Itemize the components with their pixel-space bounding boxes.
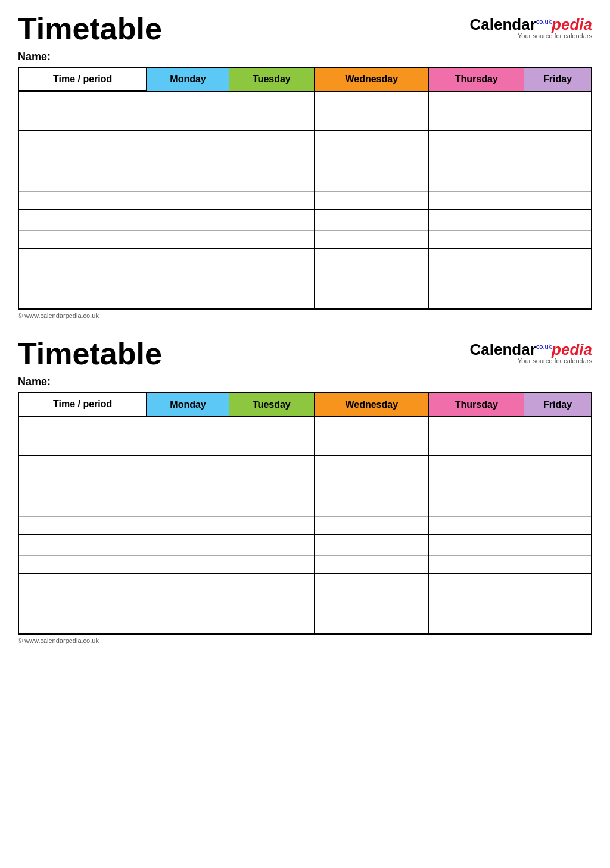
cell-thursday[interactable]	[429, 170, 524, 191]
cell-tuesday[interactable]	[229, 416, 314, 438]
cell-friday[interactable]	[524, 91, 592, 113]
cell-friday[interactable]	[524, 573, 592, 595]
cell-wednesday[interactable]	[315, 191, 429, 209]
cell-tuesday[interactable]	[229, 170, 314, 191]
cell-wednesday[interactable]	[315, 170, 429, 191]
cell-monday[interactable]	[147, 595, 229, 613]
cell-friday[interactable]	[524, 455, 592, 477]
cell-tuesday[interactable]	[229, 455, 314, 477]
cell-monday[interactable]	[147, 209, 229, 230]
cell-thursday[interactable]	[429, 516, 524, 534]
cell-tuesday[interactable]	[229, 288, 314, 309]
cell-tuesday[interactable]	[229, 613, 314, 634]
cell-friday[interactable]	[524, 477, 592, 495]
cell-monday[interactable]	[147, 248, 229, 270]
cell-wednesday[interactable]	[315, 270, 429, 288]
cell-monday[interactable]	[147, 534, 229, 555]
cell-thursday[interactable]	[429, 455, 524, 477]
cell-thursday[interactable]	[429, 113, 524, 130]
cell-friday[interactable]	[524, 248, 592, 270]
cell-wednesday[interactable]	[315, 248, 429, 270]
cell-friday[interactable]	[524, 516, 592, 534]
cell-friday[interactable]	[524, 595, 592, 613]
cell-wednesday[interactable]	[315, 555, 429, 573]
cell-tuesday[interactable]	[229, 573, 314, 595]
cell-tuesday[interactable]	[229, 230, 314, 248]
cell-thursday[interactable]	[429, 438, 524, 455]
cell-friday[interactable]	[524, 113, 592, 130]
cell-wednesday[interactable]	[315, 438, 429, 455]
cell-tuesday[interactable]	[229, 91, 314, 113]
cell-thursday[interactable]	[429, 477, 524, 495]
cell-wednesday[interactable]	[315, 130, 429, 152]
cell-friday[interactable]	[524, 230, 592, 248]
cell-tuesday[interactable]	[229, 555, 314, 573]
cell-thursday[interactable]	[429, 130, 524, 152]
cell-friday[interactable]	[524, 209, 592, 230]
cell-monday[interactable]	[147, 191, 229, 209]
cell-thursday[interactable]	[429, 495, 524, 516]
cell-wednesday[interactable]	[315, 495, 429, 516]
cell-monday[interactable]	[147, 516, 229, 534]
cell-friday[interactable]	[524, 613, 592, 634]
cell-thursday[interactable]	[429, 416, 524, 438]
cell-thursday[interactable]	[429, 573, 524, 595]
cell-wednesday[interactable]	[315, 595, 429, 613]
cell-thursday[interactable]	[429, 230, 524, 248]
cell-wednesday[interactable]	[315, 455, 429, 477]
cell-monday[interactable]	[147, 573, 229, 595]
cell-tuesday[interactable]	[229, 477, 314, 495]
cell-monday[interactable]	[147, 495, 229, 516]
cell-wednesday[interactable]	[315, 416, 429, 438]
cell-tuesday[interactable]	[229, 130, 314, 152]
cell-friday[interactable]	[524, 130, 592, 152]
cell-friday[interactable]	[524, 495, 592, 516]
cell-monday[interactable]	[147, 130, 229, 152]
cell-tuesday[interactable]	[229, 113, 314, 130]
cell-wednesday[interactable]	[315, 288, 429, 309]
cell-wednesday[interactable]	[315, 534, 429, 555]
cell-thursday[interactable]	[429, 555, 524, 573]
cell-monday[interactable]	[147, 613, 229, 634]
cell-friday[interactable]	[524, 534, 592, 555]
cell-friday[interactable]	[524, 270, 592, 288]
cell-thursday[interactable]	[429, 613, 524, 634]
cell-wednesday[interactable]	[315, 613, 429, 634]
cell-wednesday[interactable]	[315, 91, 429, 113]
cell-monday[interactable]	[147, 455, 229, 477]
cell-tuesday[interactable]	[229, 152, 314, 170]
cell-tuesday[interactable]	[229, 438, 314, 455]
cell-wednesday[interactable]	[315, 230, 429, 248]
cell-wednesday[interactable]	[315, 516, 429, 534]
cell-tuesday[interactable]	[229, 248, 314, 270]
cell-thursday[interactable]	[429, 595, 524, 613]
cell-friday[interactable]	[524, 438, 592, 455]
cell-monday[interactable]	[147, 555, 229, 573]
cell-thursday[interactable]	[429, 534, 524, 555]
cell-thursday[interactable]	[429, 91, 524, 113]
cell-tuesday[interactable]	[229, 534, 314, 555]
cell-wednesday[interactable]	[315, 209, 429, 230]
cell-friday[interactable]	[524, 170, 592, 191]
cell-monday[interactable]	[147, 416, 229, 438]
cell-monday[interactable]	[147, 152, 229, 170]
cell-monday[interactable]	[147, 113, 229, 130]
cell-friday[interactable]	[524, 416, 592, 438]
cell-monday[interactable]	[147, 270, 229, 288]
cell-tuesday[interactable]	[229, 595, 314, 613]
cell-friday[interactable]	[524, 152, 592, 170]
cell-friday[interactable]	[524, 288, 592, 309]
cell-tuesday[interactable]	[229, 191, 314, 209]
cell-wednesday[interactable]	[315, 113, 429, 130]
cell-friday[interactable]	[524, 555, 592, 573]
cell-thursday[interactable]	[429, 209, 524, 230]
cell-wednesday[interactable]	[315, 152, 429, 170]
cell-monday[interactable]	[147, 438, 229, 455]
cell-monday[interactable]	[147, 288, 229, 309]
cell-tuesday[interactable]	[229, 495, 314, 516]
cell-wednesday[interactable]	[315, 477, 429, 495]
cell-monday[interactable]	[147, 477, 229, 495]
cell-thursday[interactable]	[429, 288, 524, 309]
cell-thursday[interactable]	[429, 248, 524, 270]
cell-wednesday[interactable]	[315, 573, 429, 595]
